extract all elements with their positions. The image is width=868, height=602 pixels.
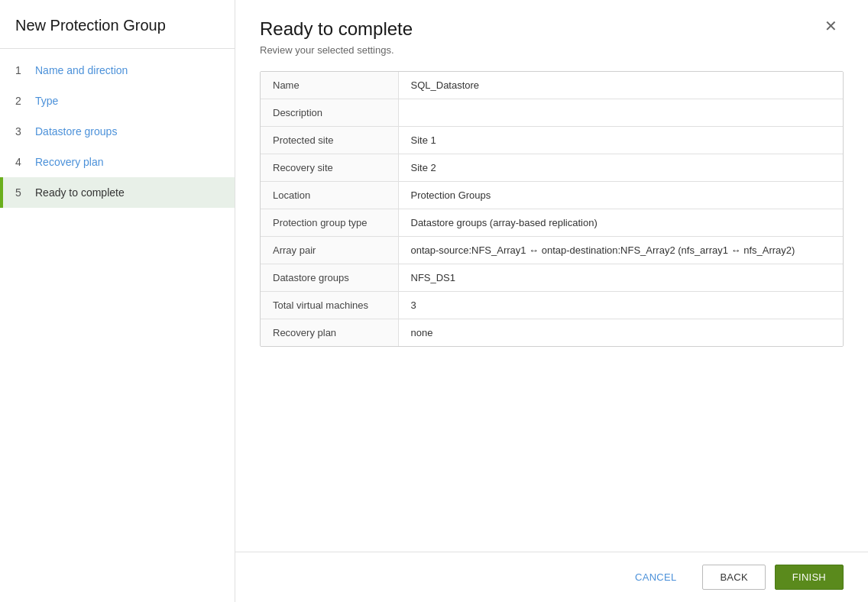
row-value: Datastore groups (array-based replicatio… bbox=[398, 209, 843, 237]
table-row: Location Protection Groups bbox=[261, 182, 843, 209]
row-label: Recovery site bbox=[261, 154, 398, 182]
table-row: Total virtual machines 3 bbox=[261, 292, 843, 319]
sidebar-step-1[interactable]: 1 Name and direction bbox=[0, 55, 235, 86]
step-label: Ready to complete bbox=[35, 186, 125, 199]
step-number: 1 bbox=[15, 64, 28, 76]
step-label: Type bbox=[35, 95, 58, 107]
sidebar-step-2[interactable]: 2 Type bbox=[0, 86, 235, 116]
table-row: Description bbox=[261, 99, 843, 127]
sidebar-step-4[interactable]: 4 Recovery plan bbox=[0, 147, 235, 177]
back-button[interactable]: BACK bbox=[702, 565, 765, 590]
row-label: Array pair bbox=[261, 237, 398, 264]
step-label: Name and direction bbox=[35, 64, 128, 76]
row-value: ontap-source:NFS_Array1 ↔ ontap-destinat… bbox=[398, 237, 843, 264]
row-label: Recovery plan bbox=[261, 319, 398, 347]
row-value: none bbox=[398, 319, 843, 347]
sidebar-step-5[interactable]: 5 Ready to complete bbox=[0, 177, 235, 208]
step-number: 4 bbox=[15, 156, 28, 168]
table-row: Protection group type Datastore groups (… bbox=[261, 209, 843, 237]
sidebar-steps: 1 Name and direction 2 Type 3 Datastore … bbox=[0, 49, 235, 208]
table-row: Protected site Site 1 bbox=[261, 127, 843, 154]
main-content: Ready to complete Review your selected s… bbox=[235, 0, 868, 602]
row-label: Protected site bbox=[261, 127, 398, 154]
settings-table-container: Name SQL_Datastore Description Protected… bbox=[260, 71, 844, 347]
row-label: Datastore groups bbox=[261, 264, 398, 292]
step-number: 5 bbox=[15, 186, 28, 199]
table-row: Recovery site Site 2 bbox=[261, 154, 843, 182]
table-row: Array pair ontap-source:NFS_Array1 ↔ ont… bbox=[261, 237, 843, 264]
table-row: Name SQL_Datastore bbox=[261, 72, 843, 99]
row-value: NFS_DS1 bbox=[398, 264, 843, 292]
new-protection-group-dialog: New Protection Group 1 Name and directio… bbox=[0, 0, 868, 602]
row-value bbox=[398, 99, 843, 127]
row-value: Protection Groups bbox=[398, 182, 843, 209]
table-row: Recovery plan none bbox=[261, 319, 843, 347]
row-value: Site 2 bbox=[398, 154, 843, 182]
sidebar: New Protection Group 1 Name and directio… bbox=[0, 0, 235, 602]
sidebar-title: New Protection Group bbox=[0, 0, 235, 49]
row-value: SQL_Datastore bbox=[398, 72, 843, 99]
main-subtitle: Review your selected settings. bbox=[260, 44, 413, 56]
row-label: Location bbox=[261, 182, 398, 209]
header-text: Ready to complete Review your selected s… bbox=[260, 18, 413, 56]
table-row: Datastore groups NFS_DS1 bbox=[261, 264, 843, 292]
finish-button[interactable]: FINISH bbox=[775, 565, 844, 590]
footer: CANCEL BACK FINISH bbox=[235, 552, 868, 602]
main-header: Ready to complete Review your selected s… bbox=[235, 0, 868, 56]
row-value: Site 1 bbox=[398, 127, 843, 154]
step-label: Recovery plan bbox=[35, 156, 104, 168]
main-title: Ready to complete bbox=[260, 18, 413, 40]
row-label: Total virtual machines bbox=[261, 292, 398, 319]
settings-table: Name SQL_Datastore Description Protected… bbox=[261, 72, 843, 346]
row-value: 3 bbox=[398, 292, 843, 319]
cancel-button[interactable]: CANCEL bbox=[618, 565, 693, 589]
step-number: 3 bbox=[15, 125, 28, 138]
row-label: Protection group type bbox=[261, 209, 398, 237]
step-number: 2 bbox=[15, 95, 28, 107]
row-label: Description bbox=[261, 99, 398, 127]
step-label: Datastore groups bbox=[35, 125, 117, 138]
row-label: Name bbox=[261, 72, 398, 99]
table-body: Name SQL_Datastore Description Protected… bbox=[261, 72, 843, 346]
sidebar-step-3[interactable]: 3 Datastore groups bbox=[0, 116, 235, 147]
close-button[interactable]: ✕ bbox=[818, 15, 844, 37]
